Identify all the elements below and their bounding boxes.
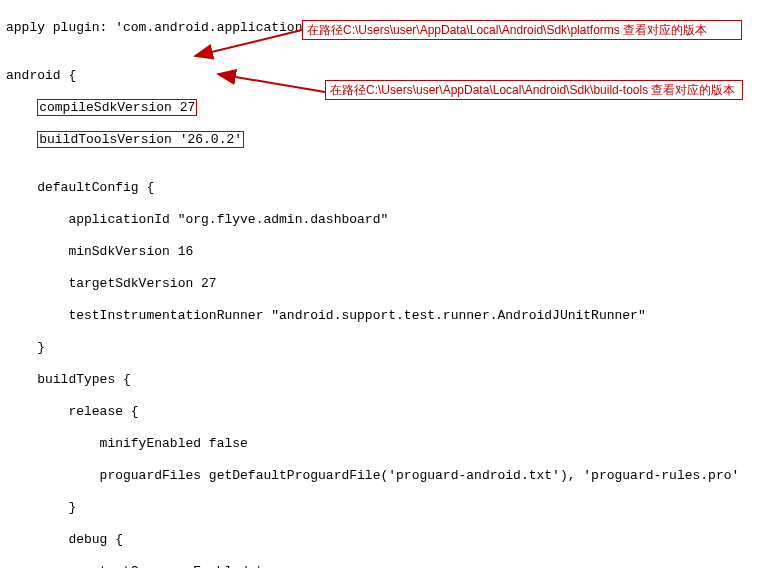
code-line: compileSdkVersion 27 — [6, 100, 757, 116]
code-line: proguardFiles getDefaultProguardFile('pr… — [6, 468, 757, 484]
annotation-callout-platforms: 在路径C:\Users\user\AppData\Local\Android\S… — [302, 20, 742, 40]
code-line: defaultConfig { — [6, 180, 757, 196]
code-line: release { — [6, 404, 757, 420]
code-line: } — [6, 340, 757, 356]
code-line: buildTypes { — [6, 372, 757, 388]
indent — [6, 132, 37, 147]
code-line: } — [6, 500, 757, 516]
code-line: minSdkVersion 16 — [6, 244, 757, 260]
code-line: testInstrumentationRunner "android.suppo… — [6, 308, 757, 324]
code-line: debug { — [6, 532, 757, 548]
indent — [6, 100, 37, 115]
highlight-buildtools: buildToolsVersion '26.0.2' — [37, 131, 244, 148]
code-line: applicationId "org.flyve.admin.dashboard… — [6, 212, 757, 228]
highlight-compilesdk: compileSdkVersion 27 — [37, 99, 197, 116]
annotation-callout-buildtools: 在路径C:\Users\user\AppData\Local\Android\S… — [325, 80, 743, 100]
code-line: targetSdkVersion 27 — [6, 276, 757, 292]
code-line: testCoverageEnabled true — [6, 564, 757, 568]
code-line: buildToolsVersion '26.0.2' — [6, 132, 757, 148]
code-line: minifyEnabled false — [6, 436, 757, 452]
